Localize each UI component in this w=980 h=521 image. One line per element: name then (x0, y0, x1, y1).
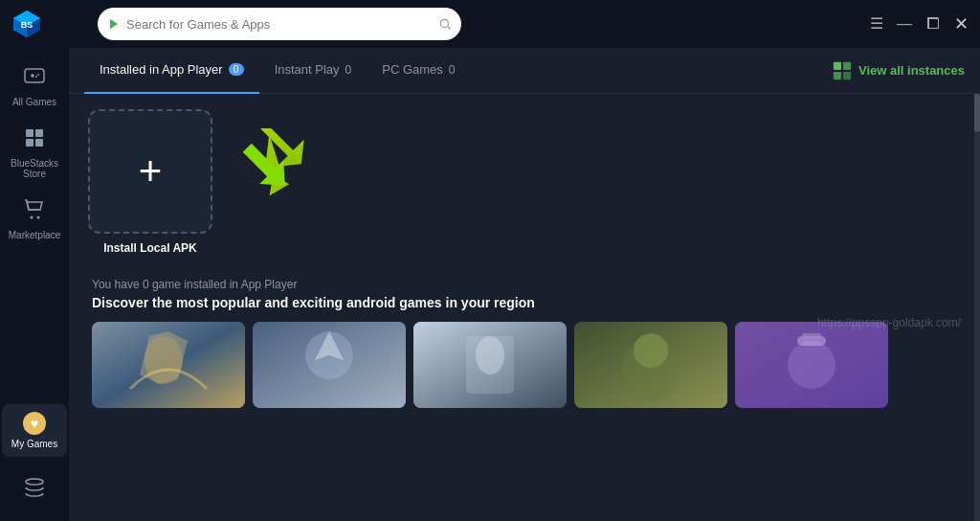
apps-grid: + Install Local APK (88, 109, 961, 255)
search-bar[interactable] (98, 8, 461, 40)
tabs-bar: Installed in App Player 0 Instant Play 0… (69, 48, 980, 94)
tab-pc-games[interactable]: PC Games 0 (367, 48, 470, 94)
view-all-instances-label: View all instances (858, 63, 965, 78)
plus-icon: + (139, 148, 163, 194)
sidebar: All Games BlueStacks Store (0, 48, 69, 521)
my-games-heart-icon: ♥ (23, 412, 46, 435)
svg-marker-5 (110, 19, 118, 30)
layers-icon (23, 476, 46, 504)
svg-point-11 (37, 74, 39, 76)
svg-rect-42 (802, 333, 821, 338)
game-thumbnail-1[interactable] (92, 322, 245, 408)
sidebar-item-label: My Games (11, 439, 57, 449)
svg-point-40 (788, 341, 835, 389)
svg-rect-14 (35, 129, 43, 137)
minimize-button[interactable]: — (897, 16, 912, 32)
svg-line-7 (448, 27, 451, 30)
svg-rect-23 (843, 71, 851, 79)
main-layout: All Games BlueStacks Store (0, 48, 980, 521)
sidebar-item-label: All Games (12, 97, 56, 107)
sidebar-item-label: BlueStacks Store (6, 158, 63, 179)
tab-installed-badge: 0 (229, 63, 244, 76)
svg-point-12 (35, 76, 37, 78)
install-apk-card[interactable]: + Install Local APK (88, 109, 212, 255)
watermark: https://ppsspp-goldapk.com/ (817, 316, 961, 329)
svg-rect-13 (26, 129, 33, 137)
tab-installed-label: Installed in App Player (100, 62, 223, 77)
svg-rect-20 (834, 61, 841, 69)
close-button[interactable]: ✕ (954, 15, 969, 33)
tab-instant-play[interactable]: Instant Play 0 (259, 48, 368, 94)
svg-text:BS: BS (21, 20, 33, 30)
sidebar-item-more[interactable] (2, 468, 67, 511)
svg-rect-21 (843, 61, 851, 69)
tab-instant-play-count: 0 (345, 63, 352, 77)
arrow-area (228, 109, 304, 205)
svg-point-19 (26, 479, 43, 485)
sidebar-item-label: Marketplace (9, 230, 60, 240)
search-icon (438, 17, 452, 31)
svg-rect-15 (26, 139, 33, 147)
svg-point-38 (634, 333, 668, 368)
content-body: + Install Local APK (69, 94, 980, 521)
titlebar: BS ☰ — ⧠ ✕ (0, 0, 980, 48)
install-apk-box: + (88, 109, 212, 234)
search-input[interactable] (126, 17, 433, 32)
game-thumbnail-4[interactable] (574, 322, 727, 408)
tab-pc-games-count: 0 (449, 63, 456, 77)
tab-instant-play-label: Instant Play (275, 62, 340, 77)
game-thumbnail-5[interactable] (735, 322, 888, 408)
discovery-info: You have 0 game installed in App Player (92, 278, 957, 291)
instances-icon (832, 60, 853, 81)
svg-rect-22 (834, 71, 841, 79)
svg-point-17 (31, 216, 33, 219)
marketplace-icon (23, 198, 46, 226)
restore-button[interactable]: ⧠ (925, 16, 941, 32)
sidebar-item-marketplace[interactable]: Marketplace (2, 191, 67, 248)
scrollbar-thumb (974, 94, 980, 132)
bluestacks-logo: BS (11, 9, 42, 39)
sidebar-item-all-games[interactable]: All Games (2, 57, 67, 115)
window-controls: ☰ — ⧠ ✕ (870, 15, 969, 33)
sidebar-item-my-games[interactable]: ♥ My Games (2, 404, 67, 457)
svg-point-6 (440, 19, 448, 27)
svg-point-29 (145, 336, 183, 384)
svg-rect-16 (35, 139, 43, 147)
svg-point-35 (476, 336, 504, 374)
discovery-title: Discover the most popular and exciting a… (92, 295, 957, 310)
bluestacks-store-icon (23, 126, 46, 154)
install-apk-label: Install Local APK (103, 241, 197, 255)
game-thumbnail-2[interactable] (253, 322, 406, 408)
sidebar-item-bluestacks-store[interactable]: BlueStacks Store (2, 119, 67, 187)
google-play-icon (107, 17, 121, 31)
svg-point-18 (37, 216, 40, 219)
menu-button[interactable]: ☰ (870, 16, 883, 32)
view-all-instances-button[interactable]: View all instances (832, 60, 965, 81)
green-arrow-icon (228, 128, 304, 205)
main-content: Installed in App Player 0 Instant Play 0… (69, 48, 980, 521)
discovery-section: You have 0 game installed in App Player … (88, 278, 961, 408)
tab-installed[interactable]: Installed in App Player 0 (84, 48, 259, 94)
tab-pc-games-label: PC Games (382, 62, 443, 77)
game-thumbnail-3[interactable] (413, 322, 567, 408)
all-games-icon (23, 65, 46, 93)
games-row (92, 322, 957, 408)
logo-area: BS (11, 9, 88, 39)
scrollbar[interactable] (974, 94, 980, 521)
